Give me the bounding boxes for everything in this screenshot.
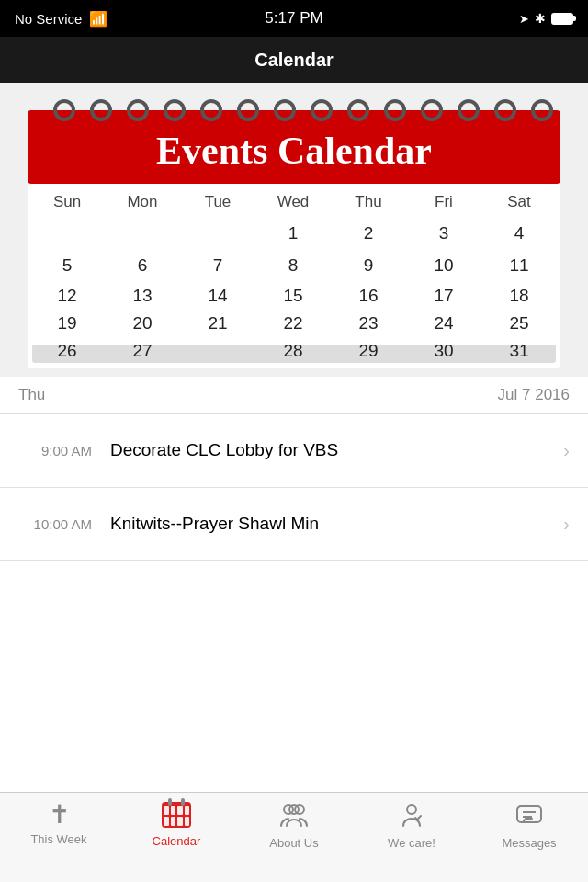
svg-text:9: 9 — [364, 255, 374, 275]
svg-rect-60 — [517, 806, 541, 822]
svg-text:11: 11 — [509, 255, 528, 275]
tab-this-week[interactable]: ✝ This Week — [0, 802, 118, 846]
svg-text:15: 15 — [283, 286, 302, 305]
svg-text:8: 8 — [288, 255, 299, 275]
chevron-right-icon-2: › — [563, 514, 570, 535]
date-header: Thu Jul 7 2016 — [0, 377, 588, 414]
svg-text:26: 26 — [57, 341, 76, 360]
svg-text:31: 31 — [509, 341, 528, 360]
bluetooth-icon: ✱ — [535, 11, 546, 26]
calendar-tab-icon — [162, 802, 191, 830]
calendar-image: Events Calendar Sun Mon Tue Wed Thu Fri … — [0, 83, 588, 377]
wifi-icon: 📶 — [89, 10, 107, 28]
svg-text:25: 25 — [509, 313, 528, 333]
date-full: Jul 7 2016 — [498, 386, 570, 404]
status-time: 5:17 PM — [265, 9, 322, 28]
svg-text:17: 17 — [434, 286, 453, 305]
event-title-1: Decorate CLC Lobby for VBS — [110, 438, 554, 463]
svg-text:29: 29 — [358, 341, 378, 360]
tab-this-week-label: This Week — [30, 832, 86, 846]
svg-text:10: 10 — [434, 255, 453, 275]
svg-text:22: 22 — [283, 313, 302, 333]
date-day: Thu — [18, 386, 45, 404]
svg-text:16: 16 — [358, 286, 378, 305]
tab-messages-label: Messages — [502, 836, 556, 850]
tab-we-care-label: We care! — [388, 836, 435, 850]
svg-text:27: 27 — [132, 341, 152, 360]
tab-calendar[interactable]: Calendar — [118, 802, 235, 848]
tab-about-us[interactable]: About Us — [235, 802, 353, 850]
care-icon — [398, 802, 425, 831]
status-right: ➤ ✱ — [519, 11, 573, 26]
event-item-1[interactable]: 9:00 AM Decorate CLC Lobby for VBS › — [0, 414, 588, 488]
tab-we-care[interactable]: We care! — [353, 802, 470, 850]
svg-text:Thu: Thu — [355, 193, 381, 210]
event-item-2[interactable]: 10:00 AM Knitwits--Prayer Shawl Min › — [0, 488, 588, 561]
status-left: No Service 📶 — [15, 10, 107, 28]
svg-text:Sat: Sat — [507, 193, 531, 210]
nav-title: Calendar — [254, 50, 334, 71]
svg-text:7: 7 — [213, 255, 223, 275]
tab-about-us-label: About Us — [269, 836, 318, 850]
svg-text:28: 28 — [283, 341, 302, 360]
svg-text:24: 24 — [434, 313, 454, 333]
svg-text:13: 13 — [132, 286, 152, 305]
event-title-2: Knitwits--Prayer Shawl Min — [110, 512, 554, 537]
status-bar: No Service 📶 5:17 PM ➤ ✱ — [0, 0, 588, 37]
svg-text:14: 14 — [208, 286, 228, 305]
svg-point-59 — [407, 805, 416, 814]
svg-text:Fri: Fri — [435, 193, 453, 210]
svg-text:Sun: Sun — [53, 193, 81, 210]
tab-bar: ✝ This Week Calendar — [0, 792, 588, 882]
people-icon — [279, 802, 309, 831]
battery-icon — [551, 13, 573, 25]
svg-text:Events Calendar: Events Calendar — [156, 130, 432, 172]
cross-icon: ✝ — [49, 802, 70, 828]
svg-text:Wed: Wed — [277, 193, 310, 210]
tab-messages[interactable]: Messages — [470, 802, 588, 850]
svg-text:30: 30 — [434, 341, 453, 360]
calendar-svg: Events Calendar Sun Mon Tue Wed Thu Fri … — [0, 83, 588, 377]
svg-text:20: 20 — [132, 313, 152, 333]
messages-icon — [515, 802, 543, 831]
svg-text:18: 18 — [509, 286, 528, 305]
svg-text:4: 4 — [514, 223, 525, 243]
event-time-2: 10:00 AM — [18, 516, 110, 532]
svg-text:Mon: Mon — [127, 193, 157, 210]
svg-text:21: 21 — [208, 313, 227, 333]
nav-bar: Calendar — [0, 37, 588, 83]
svg-text:12: 12 — [57, 286, 76, 305]
event-time-1: 9:00 AM — [18, 443, 110, 458]
location-icon: ➤ — [519, 12, 529, 26]
chevron-right-icon-1: › — [563, 440, 570, 461]
svg-text:Tue: Tue — [205, 193, 232, 210]
signal-text: No Service — [15, 11, 82, 27]
svg-text:23: 23 — [358, 313, 378, 333]
svg-text:3: 3 — [439, 223, 449, 243]
svg-text:6: 6 — [138, 255, 148, 275]
tab-calendar-label: Calendar — [153, 834, 201, 848]
svg-text:5: 5 — [62, 255, 73, 275]
svg-text:19: 19 — [57, 313, 76, 333]
svg-text:2: 2 — [364, 223, 374, 243]
events-list: 9:00 AM Decorate CLC Lobby for VBS › 10:… — [0, 414, 588, 561]
svg-text:1: 1 — [288, 223, 299, 243]
